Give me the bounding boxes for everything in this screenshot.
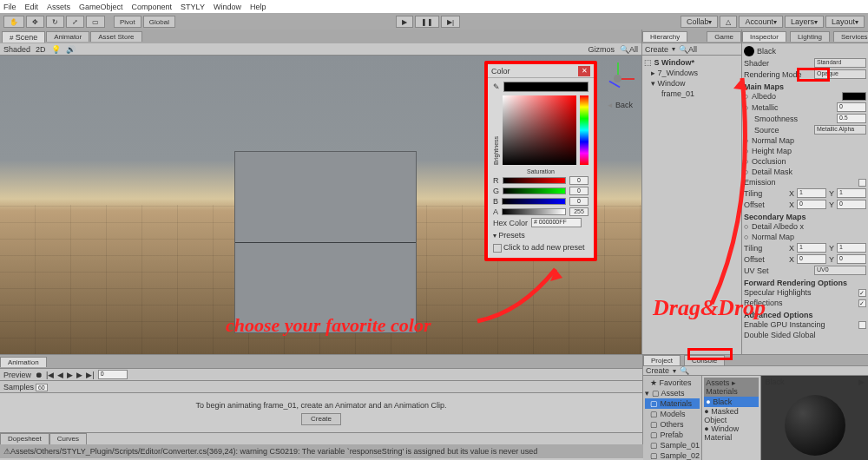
b-field[interactable]: 0 xyxy=(569,197,589,206)
light-toggle-icon[interactable]: 💡 xyxy=(51,45,61,54)
asset-black[interactable]: ● Black xyxy=(704,397,759,407)
rotate-tool[interactable]: ↻ xyxy=(46,16,64,28)
tab-game[interactable]: Game xyxy=(707,31,741,42)
step-button[interactable]: ▶| xyxy=(441,16,460,28)
hand-tool[interactable]: ✋ xyxy=(3,16,24,28)
menu-component[interactable]: Component xyxy=(132,3,173,11)
scene-search[interactable]: 🔍All xyxy=(620,45,638,54)
audio-toggle-icon[interactable]: 🔊 xyxy=(66,45,76,54)
dopesheet-tab[interactable]: Dopesheet xyxy=(0,433,49,444)
offset2-y[interactable]: 0 xyxy=(837,254,866,264)
offset-y[interactable]: 0 xyxy=(837,200,866,209)
hierarchy-item[interactable]: frame_01 xyxy=(644,89,740,99)
tab-services[interactable]: Services xyxy=(833,31,868,42)
tab-lighting[interactable]: Lighting xyxy=(790,31,830,42)
first-frame-icon[interactable]: |◀ xyxy=(46,371,54,379)
source-dropdown[interactable]: Metallic Alpha xyxy=(814,125,866,135)
menu-gameobject[interactable]: GameObject xyxy=(79,3,123,11)
offset-x[interactable]: 0 xyxy=(797,200,826,209)
play-anim-icon[interactable]: ▶ xyxy=(67,371,73,379)
shader-dropdown[interactable]: Standard xyxy=(814,58,866,68)
next-frame-icon[interactable]: ▶ xyxy=(76,371,82,379)
emission-checkbox[interactable] xyxy=(858,179,866,187)
gizmos-dropdown[interactable]: Gizmos xyxy=(588,45,615,54)
tree-assets[interactable]: ▾ ▢ Assets xyxy=(645,388,700,398)
tab-animator[interactable]: Animator xyxy=(46,31,89,42)
menu-window[interactable]: Window xyxy=(214,3,241,11)
asset-window[interactable]: ● Window Material xyxy=(704,424,759,442)
cloud-button[interactable]: △ xyxy=(720,16,737,28)
a-slider[interactable] xyxy=(502,208,566,215)
orientation-gizmo[interactable] xyxy=(600,61,636,97)
pivot-toggle[interactable]: Pivot xyxy=(114,16,141,28)
tree-others[interactable]: ▢ Others xyxy=(645,419,700,430)
asset-masked[interactable]: ● Masked Object xyxy=(704,407,759,424)
tree-sample01[interactable]: ▢ Sample_01 xyxy=(645,440,700,450)
shade-mode-dropdown[interactable]: Shaded xyxy=(3,45,30,54)
tiling-x[interactable]: 1 xyxy=(797,188,826,198)
tab-hierarchy[interactable]: Hierarchy xyxy=(642,31,687,42)
tiling2-x[interactable]: 1 xyxy=(797,243,826,253)
saturation-value-field[interactable] xyxy=(503,95,576,165)
hierarchy-item[interactable]: ▾ Window xyxy=(644,78,740,89)
offset2-x[interactable]: 0 xyxy=(797,254,826,264)
create-animation-button[interactable]: Create xyxy=(301,413,341,425)
reflections-checkbox[interactable] xyxy=(858,299,866,307)
menu-help[interactable]: Help xyxy=(250,3,266,11)
close-icon[interactable]: ✕ xyxy=(578,66,590,76)
color-picker-window[interactable]: Color✕ ✎ Brightness Saturation R0 G0 B0 … xyxy=(484,61,597,261)
tab-scene[interactable]: # Scene xyxy=(2,31,45,43)
samples-field[interactable]: 60 xyxy=(36,384,48,391)
global-toggle[interactable]: Global xyxy=(143,16,175,28)
project-create-dropdown[interactable]: Create xyxy=(646,366,669,375)
r-slider[interactable] xyxy=(503,177,567,184)
tree-materials[interactable]: ▢ Materials xyxy=(645,398,700,409)
2d-toggle[interactable]: 2D xyxy=(36,45,46,54)
cube-object[interactable] xyxy=(234,151,417,333)
last-frame-icon[interactable]: ▶| xyxy=(86,371,94,379)
r-field[interactable]: 0 xyxy=(569,176,589,185)
record-icon[interactable]: ⏺ xyxy=(35,371,43,379)
tiling-y[interactable]: 1 xyxy=(837,188,866,198)
tiling2-y[interactable]: 1 xyxy=(837,243,866,253)
eyedropper-icon[interactable]: ✎ xyxy=(493,82,500,91)
hue-slider[interactable] xyxy=(580,95,589,165)
hierarchy-scene[interactable]: ⬚ S Window* xyxy=(644,57,740,68)
rect-tool[interactable]: ▭ xyxy=(86,16,105,28)
layout-dropdown[interactable]: Layout ▾ xyxy=(825,16,865,28)
uv-set-dropdown[interactable]: UV0 xyxy=(814,266,866,275)
account-dropdown[interactable]: Account ▾ xyxy=(739,16,783,28)
preview-play-icon[interactable]: ▶ xyxy=(858,378,865,386)
gpu-instancing-checkbox[interactable] xyxy=(858,321,866,329)
tree-models[interactable]: ▢ Models xyxy=(645,409,700,419)
breadcrumb[interactable]: Assets ▸ Materials xyxy=(704,378,759,397)
menu-assets[interactable]: Assets xyxy=(47,3,70,11)
collab-dropdown[interactable]: Collab ▾ xyxy=(681,16,719,28)
play-button[interactable]: ▶ xyxy=(396,16,413,28)
warning-icon[interactable]: ⚠ xyxy=(3,447,10,456)
preview-toggle[interactable]: Preview xyxy=(3,371,31,379)
tree-sample02[interactable]: ▢ Sample_02 xyxy=(645,450,700,460)
tab-animation[interactable]: Animation xyxy=(0,357,47,367)
scale-tool[interactable]: ⤢ xyxy=(66,16,84,28)
presets-header[interactable]: ▾ Presets xyxy=(493,231,589,240)
add-preset-swatch[interactable] xyxy=(493,244,502,253)
menu-edit[interactable]: Edit xyxy=(25,3,39,11)
hierarchy-search[interactable]: 🔍All xyxy=(679,45,697,54)
hex-field[interactable]: # 000000FF xyxy=(531,218,582,227)
move-tool[interactable]: ✥ xyxy=(26,16,44,28)
prev-frame-icon[interactable]: ◀ xyxy=(57,371,63,379)
tab-inspector[interactable]: Inspector xyxy=(742,31,786,42)
hierarchy-create-dropdown[interactable]: Create xyxy=(645,45,668,54)
tree-prefab[interactable]: ▢ Prefab xyxy=(645,430,700,440)
tab-asset-store[interactable]: Asset Store xyxy=(90,31,141,42)
pause-button[interactable]: ❚❚ xyxy=(415,16,439,28)
menu-file[interactable]: File xyxy=(3,3,16,11)
layers-dropdown[interactable]: Layers ▾ xyxy=(785,16,824,28)
albedo-color-swatch[interactable] xyxy=(842,92,866,101)
g-field[interactable]: 0 xyxy=(569,187,589,195)
project-search[interactable]: 🔍 xyxy=(680,366,689,375)
a-field[interactable]: 255 xyxy=(569,207,589,216)
smoothness-field[interactable]: 0.5 xyxy=(837,114,866,123)
curves-tab[interactable]: Curves xyxy=(49,433,87,444)
